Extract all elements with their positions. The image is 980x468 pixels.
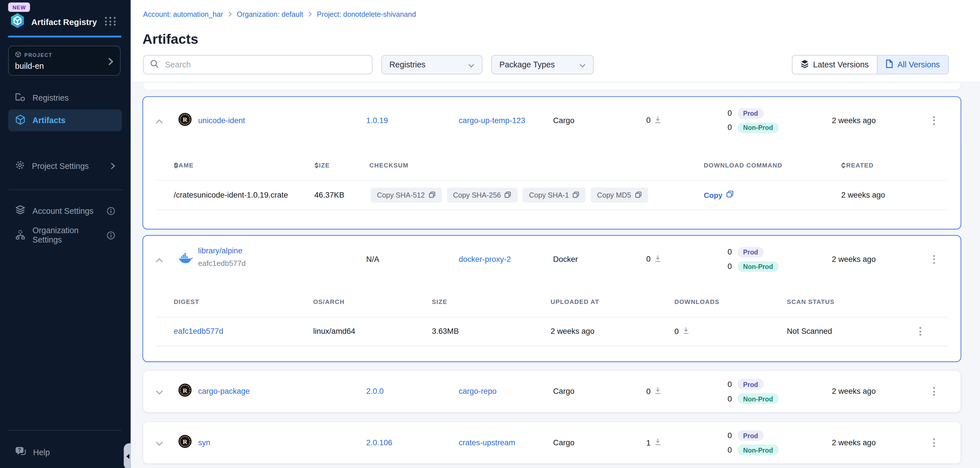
app-grid-icon[interactable]	[105, 17, 116, 25]
sidebar-divider	[8, 430, 122, 431]
prod-count: 0	[724, 380, 732, 389]
help-chat-icon: ?	[15, 446, 26, 458]
copy-md5-button[interactable]: Copy MD5	[591, 188, 648, 203]
downloads-count: 1	[646, 438, 662, 447]
brand-underline	[8, 35, 121, 37]
docker-icon	[178, 252, 193, 266]
artifact-version-link[interactable]: 2.0.106	[366, 438, 393, 447]
artifact-registry-link[interactable]: docker-proxy-2	[459, 255, 511, 264]
sidebar-item-project-settings[interactable]: Project Settings	[8, 156, 122, 175]
copy-sha1-button[interactable]: Copy SHA-1	[523, 188, 586, 203]
artifact-name-link[interactable]: library/alpine	[198, 246, 242, 255]
nonprod-badge: Non-Prod	[738, 444, 779, 455]
kebab-menu[interactable]	[928, 252, 940, 266]
column-header: UPLOADED AT	[550, 298, 599, 305]
new-badge: NEW	[8, 3, 30, 12]
artifact-row[interactable]: R cargo-package 2.0.0 cargo-repo Cargo 0…	[143, 371, 961, 412]
copy-sha256-button[interactable]: Copy SHA-256	[447, 188, 518, 203]
artifact-row[interactable]: R syn 2.0.106 crates-upstream Cargo 1 0P…	[143, 422, 961, 463]
package-types-filter-dropdown[interactable]: Package Types	[491, 55, 594, 75]
gear-icon	[15, 160, 25, 172]
artifact-name-link[interactable]: syn	[198, 438, 210, 447]
downloads-count: 0	[646, 387, 662, 396]
sidebar-item-help[interactable]: ? Help	[8, 443, 122, 462]
artifact-name-link[interactable]: unicode-ident	[198, 116, 245, 125]
project-selector[interactable]: PROJECT build-en	[8, 46, 121, 76]
project-selector-label: PROJECT	[24, 52, 52, 58]
artifact-card-library-alpine: library/alpine eafc1edb577d N/A docker-p…	[142, 235, 961, 362]
artifact-version-link[interactable]: 1.0.19	[366, 116, 388, 125]
sidebar-item-registries[interactable]: Registries	[8, 88, 122, 107]
all-versions-button[interactable]: All Versions	[877, 56, 948, 74]
info-icon[interactable]	[107, 207, 115, 215]
table-divider	[157, 210, 947, 210]
kebab-menu[interactable]	[914, 325, 926, 338]
latest-versions-button[interactable]: Latest Versions	[792, 56, 877, 74]
info-icon[interactable]	[107, 231, 115, 239]
artifact-registry-logo-icon	[10, 13, 25, 31]
search-input[interactable]	[164, 59, 366, 70]
digest-downloads: 0	[675, 327, 689, 336]
sidebar-item-account-settings[interactable]: Account Settings	[8, 201, 122, 220]
artifact-name-link[interactable]: cargo-package	[198, 387, 250, 396]
download-icon	[654, 116, 661, 125]
prod-badge: Prod	[738, 247, 764, 257]
file-icon	[886, 59, 893, 70]
created-date: 2 weeks ago	[832, 255, 876, 264]
artifact-registry-link[interactable]: crates-upstream	[459, 438, 515, 447]
chevron-down-icon	[579, 60, 585, 69]
downloads-count: 0	[646, 255, 662, 264]
nonprod-badge: Non-Prod	[738, 393, 779, 404]
sidebar-item-artifacts[interactable]: Artifacts	[8, 110, 122, 131]
sidebar-collapse-handle[interactable]	[124, 443, 130, 468]
collapse-chevron-up-icon[interactable]	[156, 254, 163, 265]
artifact-version-link[interactable]: 2.0.0	[366, 387, 384, 396]
svg-text:R: R	[183, 438, 188, 445]
column-header: DIGEST	[173, 298, 199, 305]
sort-icon[interactable]	[173, 162, 178, 169]
nonprod-badge: Non-Prod	[738, 122, 779, 133]
env-badges: 0Prod 0Non-Prod	[724, 247, 779, 272]
kebab-menu[interactable]	[928, 113, 940, 127]
breadcrumb-project-link[interactable]: Project: donotdelete-shivanand	[317, 11, 416, 18]
sort-icon[interactable]	[314, 162, 318, 169]
sort-icon[interactable]	[841, 162, 846, 169]
nonprod-count: 0	[724, 446, 732, 454]
expand-chevron-down-icon[interactable]	[156, 437, 163, 448]
latest-versions-label: Latest Versions	[813, 60, 869, 69]
collapse-chevron-up-icon[interactable]	[156, 115, 163, 126]
copy-download-command-link[interactable]: Copy	[704, 191, 734, 200]
env-badges: 0Prod 0Non-Prod	[724, 430, 779, 455]
table-divider	[157, 346, 947, 346]
expand-chevron-down-icon[interactable]	[156, 386, 163, 397]
svg-text:R: R	[183, 116, 188, 123]
kebab-menu[interactable]	[928, 384, 940, 398]
column-header: OS/ARCH	[313, 298, 345, 305]
layers-icon	[801, 59, 809, 70]
all-versions-label: All Versions	[897, 60, 940, 69]
kebab-menu[interactable]	[928, 436, 940, 449]
prod-count: 0	[724, 248, 732, 256]
table-divider	[157, 317, 947, 318]
breadcrumb-organization-link[interactable]: Organization: default	[237, 11, 303, 18]
sidebar: NEW Artifact Registry PROJECT build-en R…	[0, 0, 131, 468]
artifact-registry-link[interactable]: cargo-repo	[459, 387, 496, 396]
svg-text:R: R	[183, 387, 188, 394]
scan-status: Not Scanned	[787, 327, 832, 336]
breadcrumb-account-link[interactable]: Account: automation_har	[143, 11, 223, 18]
prod-count: 0	[724, 431, 732, 440]
sidebar-item-label: Artifacts	[32, 116, 65, 125]
artifact-row[interactable]: library/alpine eafc1edb577d N/A docker-p…	[143, 236, 961, 283]
sidebar-item-organization-settings[interactable]: Organization Settings	[8, 226, 122, 245]
artifact-card-syn: R syn 2.0.106 crates-upstream Cargo 1 0P…	[142, 421, 961, 464]
chevron-down-icon	[468, 60, 474, 69]
prod-badge: Prod	[738, 430, 764, 441]
digest-link[interactable]: eafc1edb577d	[173, 327, 223, 336]
artifact-registry-link[interactable]: cargo-up-temp-123	[459, 116, 525, 125]
nonprod-count: 0	[724, 394, 732, 403]
env-badges: 0Prod 0Non-Prod	[724, 108, 779, 133]
artifact-row[interactable]: R unicode-ident 1.0.19 cargo-up-temp-123…	[143, 97, 961, 144]
column-header: CREATED	[841, 162, 874, 169]
registries-filter-dropdown[interactable]: Registries	[381, 55, 482, 75]
copy-sha512-button[interactable]: Copy SHA-512	[371, 188, 442, 203]
